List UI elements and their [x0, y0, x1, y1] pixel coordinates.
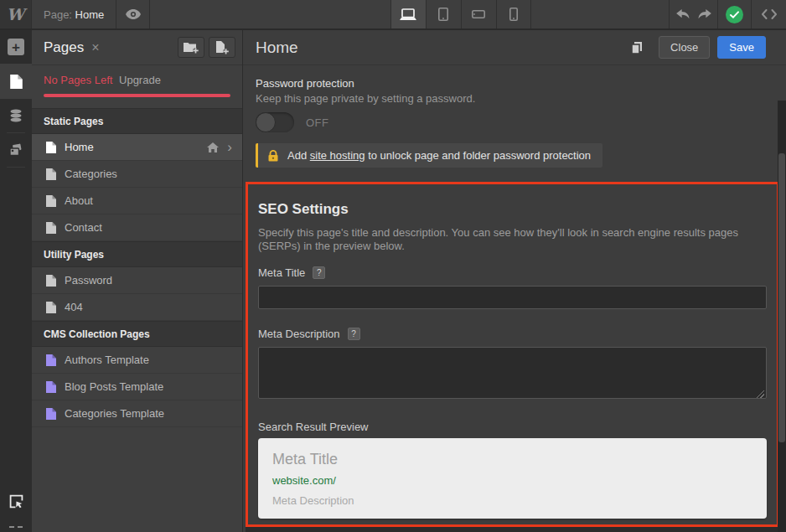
- page-indicator[interactable]: Page: Home: [32, 0, 116, 28]
- notice-text-suffix: to unlock page and folder password prote…: [365, 149, 592, 162]
- folder-plus-icon: [184, 41, 199, 54]
- check-icon: [726, 6, 743, 23]
- select-element-button[interactable]: [0, 484, 32, 518]
- section-utility-pages: Utility Pages: [32, 241, 242, 267]
- phone-landscape-icon: [472, 10, 485, 18]
- page-row-password[interactable]: Password: [32, 267, 242, 294]
- cms-page-icon: [46, 354, 56, 366]
- page-plus-icon: [215, 41, 230, 54]
- export-code-button[interactable]: [751, 0, 786, 28]
- device-desktop-button[interactable]: [390, 0, 426, 28]
- page-row-home[interactable]: Home ›: [32, 134, 242, 161]
- app-window: W Page: Home: [0, 0, 786, 532]
- preview-button[interactable]: [116, 0, 150, 28]
- page-row-authors-template[interactable]: Authors Template: [32, 347, 242, 374]
- page-row-404[interactable]: 404: [32, 294, 242, 321]
- password-protection-subtitle: Keep this page private by setting a pass…: [256, 92, 769, 105]
- page-icon: [46, 222, 56, 234]
- page-row-contact[interactable]: Contact: [32, 214, 242, 241]
- page-icon: [10, 75, 23, 89]
- section-static-pages: Static Pages: [32, 108, 242, 134]
- search-result-preview-card: Meta Title website.com/ Meta Description: [258, 438, 767, 519]
- content-scrollbar[interactable]: [778, 101, 786, 532]
- hosting-required-notice: Add site hosting to unlock page and fold…: [256, 143, 602, 168]
- left-icon-rail: +: [0, 30, 32, 532]
- page-row-about[interactable]: About: [32, 188, 242, 214]
- home-icon: [207, 142, 219, 152]
- new-page-button[interactable]: [209, 37, 235, 58]
- copy-icon: [630, 41, 644, 54]
- cms-collections-button[interactable]: [0, 99, 32, 132]
- redo-icon[interactable]: [697, 9, 711, 20]
- upgrade-link[interactable]: Upgrade: [119, 74, 161, 86]
- laptop-icon: [400, 8, 416, 21]
- seo-settings-section: SEO Settings Specify this page's title a…: [246, 182, 779, 527]
- seo-settings-title: SEO Settings: [258, 201, 767, 218]
- pages-panel: Pages × No Pages Left Upgrade Static Pag…: [32, 30, 243, 532]
- page-indicator-value: Home: [75, 8, 105, 21]
- page-row-categories-template[interactable]: Categories Template: [32, 400, 242, 427]
- password-protection-toggle[interactable]: [256, 112, 294, 132]
- eye-icon: [126, 9, 141, 19]
- page-settings-panel: Home Close Save Password protection Keep…: [243, 30, 786, 532]
- close-panel-icon[interactable]: ×: [91, 40, 99, 55]
- preview-meta-title: Meta Title: [272, 451, 752, 468]
- chevron-right-icon[interactable]: ›: [227, 140, 232, 154]
- cms-page-icon: [46, 381, 56, 393]
- meta-description-help-icon[interactable]: ?: [348, 328, 360, 340]
- page-indicator-label: Page:: [44, 8, 75, 21]
- images-icon: [9, 143, 23, 157]
- assets-button[interactable]: [0, 133, 32, 167]
- history-controls: [669, 0, 717, 28]
- preview-url: website.com/: [272, 474, 752, 487]
- seo-settings-description: Specify this page's title and descriptio…: [258, 226, 767, 253]
- password-protection-section: Password protection Keep this page priva…: [243, 65, 786, 168]
- new-folder-button[interactable]: [178, 37, 204, 58]
- lock-icon: [267, 150, 279, 162]
- duplicate-page-button[interactable]: [630, 41, 644, 54]
- phone-portrait-icon: [509, 8, 518, 21]
- webflow-logo: W: [7, 5, 24, 23]
- code-icon: [762, 9, 777, 19]
- preview-meta-description: Meta Description: [272, 494, 752, 507]
- page-icon: [46, 195, 56, 207]
- database-icon: [9, 109, 23, 122]
- page-settings-header: Home Close Save: [243, 30, 786, 65]
- site-hosting-link[interactable]: site hosting: [310, 149, 365, 162]
- page-icon: [46, 275, 56, 287]
- webflow-logo-button[interactable]: W: [0, 0, 32, 28]
- plan-limit-banner: No Pages Left Upgrade: [32, 65, 242, 108]
- add-element-button[interactable]: +: [0, 30, 32, 64]
- saved-status-button[interactable]: [717, 0, 751, 28]
- pages-panel-button[interactable]: [0, 64, 32, 99]
- meta-title-help-icon[interactable]: ?: [313, 266, 325, 279]
- cms-page-icon: [46, 408, 56, 420]
- section-divider: [246, 527, 779, 532]
- meta-description-textarea[interactable]: [258, 347, 767, 399]
- device-phone-landscape-button[interactable]: [461, 0, 496, 28]
- plus-icon: +: [8, 39, 24, 55]
- save-button[interactable]: Save: [717, 36, 766, 59]
- resize-handle-icon[interactable]: [757, 390, 764, 398]
- device-tablet-button[interactable]: [426, 0, 461, 28]
- undo-icon[interactable]: [676, 9, 690, 20]
- notice-text-prefix: Add: [287, 149, 310, 162]
- toggle-state-label: OFF: [306, 116, 329, 129]
- meta-title-input[interactable]: [258, 286, 767, 309]
- device-phone-portrait-button[interactable]: [496, 0, 531, 28]
- page-icon: [46, 302, 56, 313]
- close-button[interactable]: Close: [659, 36, 710, 59]
- plan-warning-text: No Pages Left: [44, 74, 112, 86]
- scrollbar-thumb[interactable]: [778, 153, 785, 442]
- pages-panel-title: Pages: [44, 39, 84, 56]
- cursor-box-icon: [9, 494, 23, 509]
- password-protection-title: Password protection: [256, 77, 769, 90]
- meta-description-label: Meta Description: [258, 328, 340, 340]
- page-row-blog-posts-template[interactable]: Blog Posts Template: [32, 374, 242, 400]
- tablet-icon: [438, 8, 448, 21]
- page-settings-title: Home: [256, 39, 298, 57]
- page-row-categories[interactable]: Categories: [32, 161, 242, 188]
- plan-usage-bar: [44, 94, 230, 97]
- section-cms-collection-pages: CMS Collection Pages: [32, 321, 242, 347]
- pages-panel-header: Pages ×: [32, 30, 242, 65]
